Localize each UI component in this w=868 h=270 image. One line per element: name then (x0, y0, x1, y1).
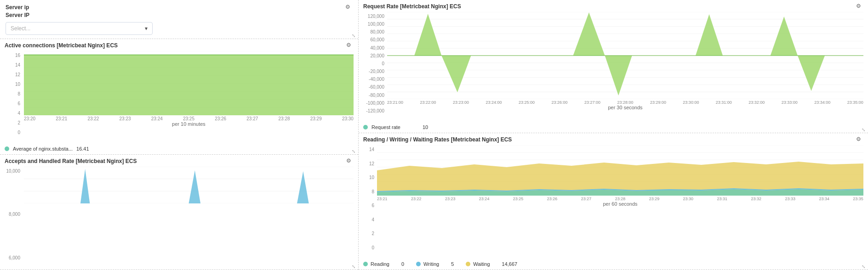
rww-section: Reading / Writing / Waiting Rates [Metri… (359, 133, 868, 270)
writing-legend-dot (416, 262, 421, 266)
resize-handle-active-connections[interactable]: ⤡ (352, 149, 356, 153)
reading-label: Reading (371, 261, 389, 267)
request-rate-x-label: per 30 seconds (387, 105, 863, 112)
rww-chart (377, 145, 863, 196)
request-rate-x-axis: 23:21:00 23:22:00 23:23:00 23:24:00 23:2… (387, 99, 863, 105)
waiting-label: Waiting (473, 261, 490, 267)
rww-legend: Reading 0 Writing 5 Waiting 14,667 (359, 259, 868, 270)
svg-marker-34 (605, 56, 632, 96)
active-connections-legend-label: Average of nginx.stubsta... (13, 146, 73, 152)
server-ip-label: Server IP (6, 12, 353, 18)
svg-marker-9 (24, 55, 354, 116)
active-connections-gear-icon[interactable]: ⚙ (346, 42, 354, 49)
request-rate-title: Request Rate [Metricbeat Nginx] ECS (363, 3, 461, 10)
request-rate-legend-value: 10 (423, 124, 428, 130)
left-panel: Server ip ⚙ Server IP Select... ▾ ⤡ Acti… (0, 0, 359, 270)
active-connections-header: Active connections [Metricbeat Nginx] EC… (0, 39, 358, 51)
svg-marker-33 (573, 12, 605, 56)
request-rate-section: Request Rate [Metricbeat Nginx] ECS ⚙ 12… (359, 0, 868, 133)
active-connections-x-label: per 10 minutes (24, 121, 354, 129)
active-connections-x-axis: 23:20 23:21 23:22 23:23 23:24 23:25 23:2… (24, 115, 354, 121)
active-connections-legend-dot (5, 146, 9, 151)
accepts-handled-chart (24, 167, 354, 203)
request-rate-header: Request Rate [Metricbeat Nginx] ECS ⚙ (359, 0, 868, 12)
accepts-handled-section: Accepts and Handled Rate [Metricbeat Ngi… (0, 155, 358, 270)
server-ip-section: Server ip ⚙ Server IP Select... ▾ ⤡ (0, 0, 358, 39)
reading-legend-dot (363, 262, 368, 266)
svg-marker-16 (189, 170, 201, 203)
active-connections-chart (24, 51, 354, 115)
request-rate-legend-label: Request rate (371, 124, 400, 130)
accepts-handled-title: Accepts and Handled Rate [Metricbeat Ngi… (5, 158, 137, 164)
resize-handle-request-rate[interactable]: ⤡ (862, 127, 866, 132)
request-rate-y-axis: 120,000 100,000 80,000 60,000 40,000 20,… (359, 14, 386, 113)
server-ip-gear-icon[interactable]: ⚙ (345, 4, 353, 11)
select-placeholder: Select... (11, 25, 30, 32)
waiting-legend-dot (466, 262, 470, 266)
server-ip-section-title: Server ip (6, 4, 29, 11)
server-ip-select[interactable]: Select... ▾ (6, 22, 153, 35)
request-rate-legend: Request rate 10 (359, 123, 868, 133)
rww-y-axis: 14 12 10 8 6 4 2 0 (359, 147, 376, 250)
request-rate-legend-dot (363, 125, 368, 129)
request-rate-chart (387, 12, 863, 99)
svg-marker-17 (297, 171, 309, 203)
writing-value: 5 (451, 261, 454, 267)
right-panel: Request Rate [Metricbeat Nginx] ECS ⚙ 12… (359, 0, 868, 270)
rww-x-axis: 23:21 23:22 23:23 23:24 23:25 23:26 23:2… (377, 196, 863, 201)
active-connections-legend: Average of nginx.stubsta... 16.41 (0, 144, 358, 154)
resize-handle-server-ip[interactable]: ⤡ (352, 33, 356, 38)
waiting-value: 14,667 (502, 261, 518, 267)
rww-header: Reading / Writing / Waiting Rates [Metri… (359, 133, 868, 145)
active-connections-section: Active connections [Metricbeat Nginx] EC… (0, 39, 358, 155)
request-rate-gear-icon[interactable]: ⚙ (856, 3, 863, 10)
chevron-down-icon: ▾ (145, 25, 148, 32)
active-connections-title: Active connections [Metricbeat Nginx] EC… (5, 42, 118, 49)
svg-marker-32 (441, 56, 471, 92)
svg-marker-36 (771, 17, 798, 56)
reading-value: 0 (401, 261, 404, 267)
writing-label: Writing (423, 261, 439, 267)
resize-handle-rww[interactable]: ⤡ (862, 264, 866, 269)
accepts-handled-header: Accepts and Handled Rate [Metricbeat Ngi… (0, 155, 358, 167)
rww-title: Reading / Writing / Waiting Rates [Metri… (363, 136, 512, 143)
accepts-handled-y-axis: 10,000 8,000 6,000 (0, 169, 22, 261)
active-connections-legend-value: 16.41 (76, 146, 89, 152)
svg-marker-15 (80, 169, 90, 203)
svg-marker-37 (798, 56, 825, 91)
accepts-handled-gear-icon[interactable]: ⚙ (346, 158, 354, 165)
rww-x-label: per 60 seconds (377, 201, 863, 208)
rww-gear-icon[interactable]: ⚙ (856, 136, 863, 143)
svg-marker-35 (696, 14, 723, 56)
svg-marker-31 (414, 14, 441, 56)
resize-handle-accepts-handled[interactable]: ⤡ (352, 264, 356, 269)
active-connections-y-axis: 16 14 12 10 8 6 4 2 0 (0, 53, 22, 135)
